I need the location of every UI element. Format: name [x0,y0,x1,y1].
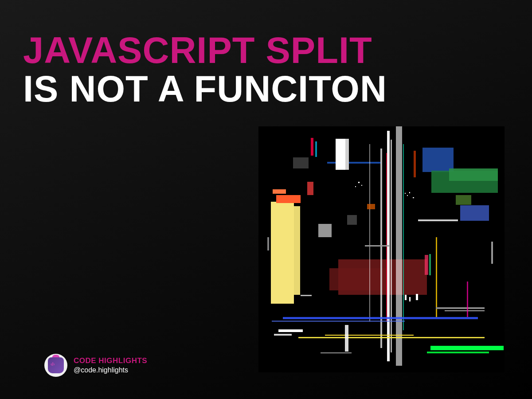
credit-text: CODE HIGHLIGHTS @code.highlights [74,356,147,374]
avatar-icon: ‹/› [44,354,67,377]
headline: JAVASCRIPT SPLIT IS NOT A FUNCITON [23,31,387,108]
headline-main: IS NOT A FUNCITON [23,70,387,108]
credit-handle: @code.highlights [74,366,147,374]
credit-block: ‹/› CODE HIGHLIGHTS @code.highlights [44,354,147,377]
credit-name: CODE HIGHLIGHTS [74,356,147,365]
headline-accent: JAVASCRIPT SPLIT [23,31,387,70]
glitch-art-image [258,126,505,372]
